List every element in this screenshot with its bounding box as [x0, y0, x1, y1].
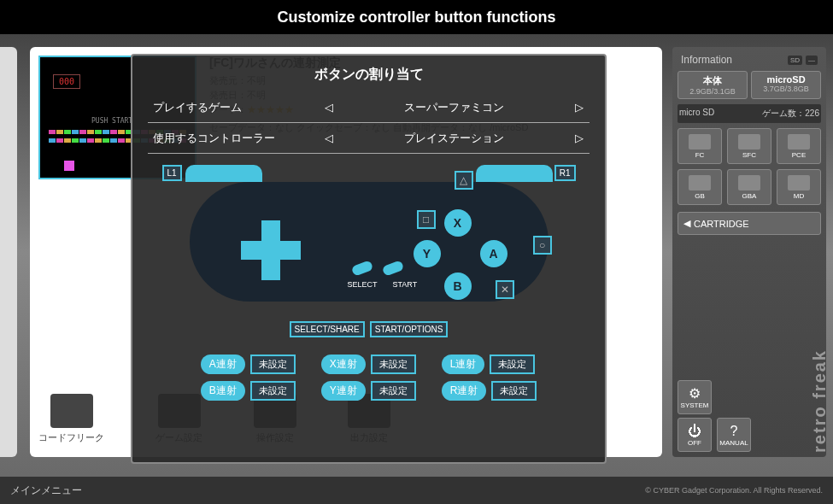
turbo-b-value[interactable]: 未設定: [250, 381, 296, 401]
shoulder-right-icon: [476, 165, 553, 182]
manual-button[interactable]: ? MANUAL: [717, 418, 751, 452]
preview-player-sprite: [64, 161, 74, 171]
select-label: SELECT: [348, 280, 378, 289]
game-prev-button[interactable]: ◁: [319, 97, 339, 118]
option-game-value: スーパーファミコン: [339, 100, 569, 115]
power-icon: ⏻: [688, 424, 701, 439]
left-tab: [0, 47, 17, 457]
turbo-y-label: Y連射: [321, 381, 366, 401]
console-fc[interactable]: FC: [678, 128, 722, 164]
chevron-left-icon: ◀: [683, 218, 690, 229]
sidebar: Information SD — 本体 2.9GB/3.1GB microSD …: [672, 47, 826, 457]
turbo-l-value[interactable]: 未設定: [490, 355, 535, 374]
center-buttons-icon: [352, 263, 403, 273]
turbo-x-value[interactable]: 未設定: [371, 355, 416, 374]
preview-start-text: PUSH START: [91, 117, 132, 125]
face-a-button[interactable]: A: [480, 240, 507, 267]
ps-circle-tag[interactable]: ○: [533, 236, 552, 255]
option-row-game: プレイするゲーム ◁ スーパーファミコン ▷: [148, 92, 590, 123]
ps-square-tag[interactable]: □: [417, 210, 436, 229]
storage-microsd[interactable]: microSD 3.7GB/3.8GB: [751, 71, 821, 99]
shoulder-left-icon: [185, 165, 262, 182]
turbo-b-label: B連射: [201, 381, 245, 401]
start-map-tag[interactable]: START/OPTIONS: [370, 321, 449, 337]
retrofreak-logo: retro freak: [810, 349, 830, 453]
turbo-a-value[interactable]: 未設定: [250, 355, 296, 374]
l1-tag[interactable]: L1: [162, 165, 182, 181]
top-banner: Customize controller button functions: [0, 0, 833, 34]
option-row-controller: 使用するコントローラー ◁ プレイステーション ▷: [148, 123, 590, 154]
game-next-button[interactable]: ▷: [569, 97, 590, 118]
turbo-y-value[interactable]: 未設定: [371, 381, 416, 401]
controller-body-icon: SELECT START X Y A B: [190, 182, 548, 302]
console-md[interactable]: MD: [777, 169, 821, 205]
option-controller-value: プレイステーション: [339, 131, 569, 146]
console-pce[interactable]: PCE: [777, 128, 821, 164]
console-grid: FC SFC PCE GB GBA MD: [678, 128, 821, 205]
power-off-button[interactable]: ⏻ OFF: [678, 418, 712, 452]
dpad-icon: [241, 220, 301, 280]
option-game-label: プレイするゲーム: [148, 100, 319, 115]
turbo-settings: A連射未設定 B連射未設定 X連射未設定 Y連射未設定 L連射未設定 R連射未設…: [148, 355, 590, 401]
controller-next-button[interactable]: ▷: [569, 128, 590, 149]
console-gba[interactable]: GBA: [727, 169, 771, 205]
sd-badge-icon: SD: [788, 56, 802, 65]
select-map-tag[interactable]: SELECT/SHARE: [290, 321, 365, 337]
usb-badge-icon: —: [806, 56, 818, 65]
turbo-r-label: R連射: [442, 381, 487, 401]
option-controller-label: 使用するコントローラー: [148, 131, 319, 146]
turbo-r-value[interactable]: 未設定: [491, 381, 537, 401]
copyright: © CYBER Gadget Corporation. All Rights R…: [645, 486, 823, 495]
cartridge-button[interactable]: ◀ CARTRIDGE: [678, 212, 821, 235]
question-icon: ?: [730, 424, 738, 439]
banner-title: Customize controller button functions: [278, 9, 556, 26]
r1-tag[interactable]: R1: [554, 165, 576, 181]
face-y-button[interactable]: Y: [414, 240, 441, 267]
system-button[interactable]: ⚙ SYSTEM: [678, 380, 712, 414]
turbo-l-label: L連射: [442, 355, 485, 374]
face-b-button[interactable]: B: [444, 273, 472, 300]
button-assign-dialog: ボタンの割り当て プレイするゲーム ◁ スーパーファミコン ▷ 使用するコントロ…: [131, 54, 607, 464]
ps-cross-tag[interactable]: ✕: [496, 280, 514, 299]
turbo-x-label: X連射: [321, 355, 366, 374]
breadcrumb: メインメニュー: [10, 483, 82, 498]
controller-prev-button[interactable]: ◁: [319, 128, 339, 149]
turbo-a-label: A連射: [201, 355, 245, 374]
sd-section-header: micro SD ゲーム数：226: [678, 104, 821, 123]
controller-diagram: L1 R1 SELECT START X Y A B △ □ ○ ✕: [164, 169, 574, 323]
ps-triangle-tag[interactable]: △: [455, 171, 473, 190]
preview-score: 000: [53, 74, 80, 89]
gear-icon: ⚙: [689, 385, 701, 401]
bottom-bar: メインメニュー © CYBER Gadget Corporation. All …: [0, 477, 833, 504]
console-sfc[interactable]: SFC: [727, 128, 771, 164]
storage-internal[interactable]: 本体 2.9GB/3.1GB: [678, 71, 748, 99]
face-x-button[interactable]: X: [444, 209, 472, 237]
menu-codefreak[interactable]: コードフリーク: [38, 394, 104, 444]
info-title: Information: [681, 54, 732, 66]
dialog-title: ボタンの割り当て: [148, 66, 590, 84]
console-gb[interactable]: GB: [678, 169, 722, 205]
info-header: Information SD —: [678, 52, 821, 67]
